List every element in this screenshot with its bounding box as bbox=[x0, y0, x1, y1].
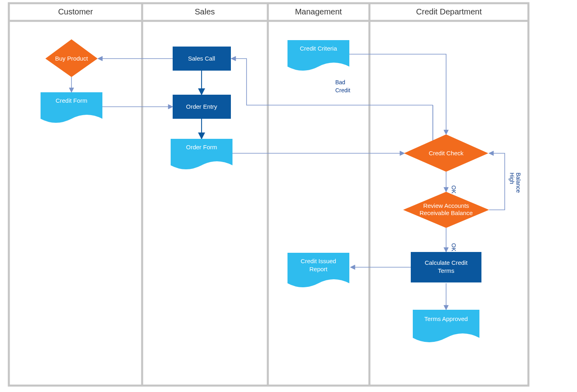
node-credit-criteria-label: Credit Criteria bbox=[300, 45, 337, 52]
edge-label-balance: Balance bbox=[515, 173, 522, 193]
lane-header-credit-dept: Credit Department bbox=[416, 7, 482, 16]
node-sales-call: Sales Call bbox=[173, 47, 231, 71]
node-sales-call-label: Sales Call bbox=[188, 55, 215, 62]
edge-label-bad-credit-2: Credit bbox=[335, 87, 350, 93]
lane-header-customer: Customer bbox=[58, 7, 93, 16]
lane-header-management: Management bbox=[295, 7, 342, 16]
node-credit-form-label: Credit Form bbox=[55, 97, 87, 104]
node-buy-product: Buy Product bbox=[45, 39, 98, 77]
node-review-l2: Receivable Balance bbox=[420, 209, 473, 216]
node-order-entry: Order Entry bbox=[173, 95, 231, 119]
node-calc-l2: Terms bbox=[438, 267, 455, 274]
node-calc-credit-terms: Calculate Credit Terms bbox=[411, 252, 481, 282]
edge-label-high: High bbox=[509, 173, 515, 184]
node-credit-form: Credit Form bbox=[41, 92, 102, 123]
node-credit-check: Credit Check bbox=[404, 134, 488, 172]
node-terms-approved-label: Terms Approved bbox=[424, 315, 468, 322]
node-credit-check-label: Credit Check bbox=[429, 150, 464, 156]
node-terms-approved: Terms Approved bbox=[413, 310, 479, 342]
node-credit-issued-report-l2: Report bbox=[309, 266, 328, 272]
node-order-form-label: Order Form bbox=[186, 144, 217, 150]
node-order-form: Order Form bbox=[171, 139, 232, 169]
swimlane-flowchart: Customer Sales Management Credit Departm… bbox=[0, 0, 577, 392]
node-credit-issued-report-l1: Credit Issued bbox=[301, 258, 336, 264]
node-order-entry-label: Order Entry bbox=[186, 103, 217, 110]
node-review-ar-balance: Review Accounts Receivable Balance bbox=[403, 192, 489, 228]
node-calc-l1: Calculate Credit bbox=[425, 259, 468, 266]
lane-header-sales: Sales bbox=[195, 7, 215, 16]
edge-label-bad-credit-1: Bad bbox=[335, 79, 345, 85]
node-credit-issued-report: Credit Issued Report bbox=[287, 253, 349, 287]
node-buy-product-label: Buy Product bbox=[55, 55, 88, 62]
node-credit-criteria: Credit Criteria bbox=[287, 40, 349, 71]
node-review-l1: Review Accounts bbox=[423, 202, 469, 209]
edge-label-ok1: OK bbox=[451, 185, 457, 194]
edge-label-ok2: OK bbox=[451, 243, 457, 252]
